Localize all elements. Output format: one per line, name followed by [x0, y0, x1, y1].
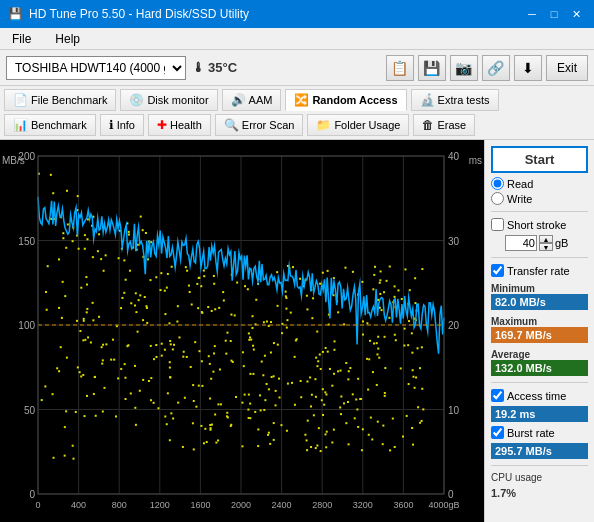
- file-benchmark-icon: 📄: [13, 93, 28, 107]
- tab-folder-usage[interactable]: 📁 Folder Usage: [307, 114, 409, 136]
- cpu-value: 1.7%: [491, 487, 588, 499]
- random-access-icon: 🔀: [294, 93, 309, 107]
- tab-health[interactable]: ✚ Health: [148, 114, 211, 136]
- thermometer-icon: 🌡: [192, 60, 205, 75]
- burst-rate-checkbox[interactable]: [491, 426, 504, 439]
- temperature-display: 🌡 35°C: [192, 60, 237, 75]
- tab-random-access[interactable]: 🔀 Random Access: [285, 89, 406, 111]
- menu-bar: File Help: [0, 28, 594, 50]
- toolbar-btn-1[interactable]: 📋: [386, 55, 414, 81]
- menu-file[interactable]: File: [4, 30, 39, 48]
- minimize-button[interactable]: ─: [522, 4, 542, 24]
- main-content: Start Read Write Short stroke ▲ ▼ gB: [0, 140, 594, 522]
- tab-info[interactable]: ℹ Info: [100, 114, 144, 136]
- tab-aam[interactable]: 🔊 AAM: [222, 89, 282, 111]
- stroke-down-button[interactable]: ▼: [539, 243, 553, 251]
- folder-usage-icon: 📁: [316, 118, 331, 132]
- tab-error-scan[interactable]: 🔍 Error Scan: [215, 114, 304, 136]
- stroke-row: ▲ ▼ gB: [505, 235, 588, 251]
- stat-minimum: Minimum 82.0 MB/s: [491, 281, 588, 310]
- extra-tests-icon: 🔬: [420, 93, 435, 107]
- temperature-value: 35°C: [208, 60, 237, 75]
- app-icon: 💾: [8, 7, 23, 21]
- erase-icon: 🗑: [422, 118, 434, 132]
- stat-average: Average 132.0 MB/s: [491, 347, 588, 376]
- tab-benchmark[interactable]: 📊 Benchmark: [4, 114, 96, 136]
- benchmark-icon: 📊: [13, 118, 28, 132]
- read-radio-label[interactable]: Read: [491, 177, 588, 190]
- write-radio[interactable]: [491, 192, 504, 205]
- access-time-label[interactable]: Access time: [491, 389, 588, 402]
- toolbar-btn-5[interactable]: ⬇: [514, 55, 542, 81]
- health-icon: ✚: [157, 118, 167, 132]
- divider-3: [491, 382, 588, 383]
- read-radio[interactable]: [491, 177, 504, 190]
- aam-icon: 🔊: [231, 93, 246, 107]
- stat-maximum: Maximum 169.7 MB/s: [491, 314, 588, 343]
- info-icon: ℹ: [109, 118, 114, 132]
- tab-row-1: 📄 File Benchmark 💿 Disk monitor 🔊 AAM 🔀 …: [4, 88, 590, 112]
- toolbar-btn-4[interactable]: 🔗: [482, 55, 510, 81]
- stroke-unit: gB: [555, 237, 568, 249]
- maximize-button[interactable]: □: [544, 4, 564, 24]
- cpu-label: CPU usage: [491, 472, 588, 483]
- short-stroke-label[interactable]: Short stroke: [491, 218, 588, 231]
- toolbar-tabs: 📄 File Benchmark 💿 Disk monitor 🔊 AAM 🔀 …: [0, 86, 594, 140]
- exit-button[interactable]: Exit: [546, 55, 588, 81]
- menu-help[interactable]: Help: [47, 30, 88, 48]
- transfer-rate-checkbox[interactable]: [491, 264, 504, 277]
- drive-select[interactable]: TOSHIBA HDWT140 (4000 gB): [6, 56, 186, 80]
- short-stroke-checkbox[interactable]: [491, 218, 504, 231]
- access-time-bar: 19.2 ms: [491, 406, 588, 422]
- stroke-up-button[interactable]: ▲: [539, 235, 553, 243]
- divider-1: [491, 211, 588, 212]
- error-scan-icon: 🔍: [224, 118, 239, 132]
- window-controls: ─ □ ✕: [522, 4, 586, 24]
- transfer-rate-label[interactable]: Transfer rate: [491, 264, 588, 277]
- toolbar-icons: 📋 💾 📷 🔗 ⬇ Exit: [386, 55, 588, 81]
- chart-area: [0, 140, 484, 522]
- divider-4: [491, 465, 588, 466]
- stroke-spinner: ▲ ▼: [539, 235, 553, 251]
- start-button[interactable]: Start: [491, 146, 588, 173]
- app-title: HD Tune Pro 5.50 - Hard Disk/SSD Utility: [29, 7, 249, 21]
- burst-rate-bar: 295.7 MB/s: [491, 443, 588, 459]
- tab-disk-monitor[interactable]: 💿 Disk monitor: [120, 89, 217, 111]
- toolbar-btn-3[interactable]: 📷: [450, 55, 478, 81]
- access-time-checkbox[interactable]: [491, 389, 504, 402]
- maximum-bar: 169.7 MB/s: [491, 327, 588, 343]
- read-write-group: Read Write: [491, 177, 588, 205]
- stroke-value-input[interactable]: [505, 235, 537, 251]
- tab-erase[interactable]: 🗑 Erase: [413, 114, 475, 136]
- burst-rate-label[interactable]: Burst rate: [491, 426, 588, 439]
- tab-extra-tests[interactable]: 🔬 Extra tests: [411, 89, 499, 111]
- benchmark-chart: [0, 140, 484, 522]
- divider-2: [491, 257, 588, 258]
- tab-row-2: 📊 Benchmark ℹ Info ✚ Health 🔍 Error Scan…: [4, 114, 590, 138]
- toolbar-top: TOSHIBA HDWT140 (4000 gB) 🌡 35°C 📋 💾 📷 🔗…: [0, 50, 594, 86]
- minimum-bar: 82.0 MB/s: [491, 294, 588, 310]
- right-panel: Start Read Write Short stroke ▲ ▼ gB: [484, 140, 594, 522]
- average-bar: 132.0 MB/s: [491, 360, 588, 376]
- write-radio-label[interactable]: Write: [491, 192, 588, 205]
- tab-file-benchmark[interactable]: 📄 File Benchmark: [4, 89, 116, 111]
- title-bar: 💾 HD Tune Pro 5.50 - Hard Disk/SSD Utili…: [0, 0, 594, 28]
- disk-monitor-icon: 💿: [129, 93, 144, 107]
- toolbar-btn-2[interactable]: 💾: [418, 55, 446, 81]
- close-button[interactable]: ✕: [566, 4, 586, 24]
